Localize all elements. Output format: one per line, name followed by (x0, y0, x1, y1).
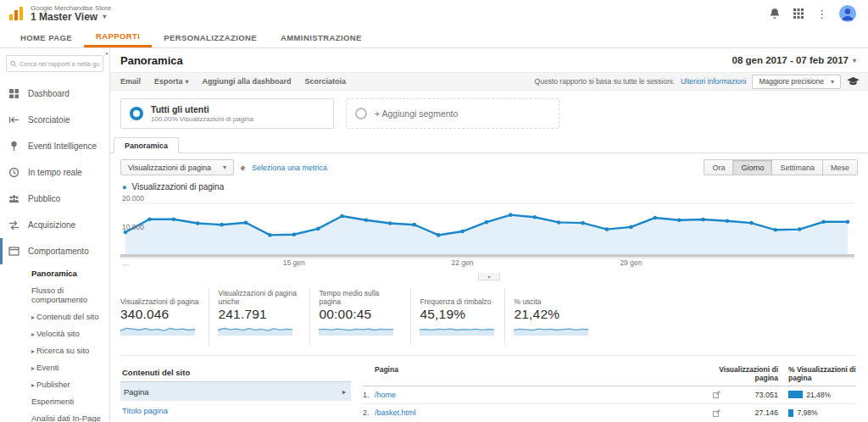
sparkline (319, 323, 393, 336)
expand-icon: ▸ (31, 364, 35, 372)
table-row: 2. /basket.html 27.146 7,98% (363, 404, 856, 422)
chevron-down-icon: ▾ (831, 78, 834, 86)
sparkline (218, 323, 292, 336)
open-page-icon[interactable] (705, 391, 727, 398)
granularity-mese[interactable]: Mese (823, 159, 858, 175)
user-avatar[interactable] (839, 5, 856, 22)
granularity-ora[interactable]: Ora (704, 159, 733, 175)
empty-segment-circle-icon (355, 108, 367, 119)
annotations-expander[interactable]: ▾ (478, 273, 500, 280)
nav-tab-rapporti[interactable]: RAPPORTI (84, 27, 152, 47)
granularity-switcher: Ora Giorno Settimana Mese (704, 159, 858, 175)
expand-icon: ▸ (31, 330, 35, 338)
notifications-bell-icon[interactable] (769, 8, 781, 19)
subnav-velocita-sito[interactable]: ▸Velocità sito (0, 325, 109, 341)
site-content-list: Contenuti del sito Pagina ▸ Titolo pagin… (120, 364, 351, 422)
stat-unique-pageviews: Visualizzazioni di pagina uniche 241.791 (209, 289, 309, 345)
sparkline (514, 323, 588, 336)
svg-text:22 gen: 22 gen (452, 258, 474, 267)
table-row: 1. /home 73.051 21,48% (363, 386, 856, 405)
nav-tab-amministrazione[interactable]: AMMINISTRAZIONE (269, 27, 374, 47)
sidebar-item-eventi-intelligence[interactable]: Eventi Intelligence (0, 133, 109, 159)
realtime-clock-icon (8, 167, 19, 178)
open-page-icon[interactable] (705, 409, 727, 417)
sidebar-item-acquisizione[interactable]: Acquisizione (0, 212, 109, 238)
summary-stats: Visualizzazioni di pagina 340.046 Visual… (120, 289, 856, 345)
report-tabs: Panoramica (110, 137, 868, 153)
chevron-down-icon: ▾ (223, 164, 226, 171)
email-button[interactable]: Email (120, 77, 141, 86)
app-bar: Google Merchandise Store 1 Master View ▾… (0, 0, 868, 27)
more-options-kebab-icon[interactable]: ⋮ (816, 8, 827, 19)
sidebar-collapse-icon[interactable]: ◂ (104, 50, 108, 57)
subnav-panoramica[interactable]: Panoramica (0, 264, 109, 281)
svg-text:29 gen: 29 gen (620, 258, 642, 267)
subnav-publisher[interactable]: ▸Publisher (0, 375, 109, 392)
pageviews-chart[interactable]: 20.00010.000…15 gen22 gen29 gen ▾ (110, 193, 868, 280)
subnav-analisi-in-page[interactable]: Analisi dati In-Page (0, 409, 109, 422)
page-title: Panoramica (120, 54, 183, 67)
pages-table: Pagina Visualizzazioni di pagina % Visua… (363, 364, 856, 422)
sidebar-item-pubblico[interactable]: Pubblico (0, 186, 109, 212)
primary-nav: HOME PAGE RAPPORTI PERSONALIZZAZIONE AMM… (0, 27, 868, 48)
learn-more-link[interactable]: Ulteriori informazioni (681, 77, 746, 86)
subnav-flusso[interactable]: Flusso di comportamento (0, 281, 109, 308)
list-item-titolo-pagina[interactable]: Titolo pagina (120, 401, 351, 419)
sidebar-item-in-tempo-reale[interactable]: In tempo reale (0, 159, 109, 186)
audience-people-icon (8, 193, 19, 204)
granularity-settimana[interactable]: Settimana (772, 159, 823, 175)
subnav-eventi[interactable]: ▸Eventi (0, 358, 109, 375)
precision-dropdown[interactable]: Maggiore precisione ▾ (752, 75, 841, 89)
page-link[interactable]: /home (375, 391, 705, 399)
dashboard-icon (8, 88, 19, 99)
sidebar-item-scorciatoie[interactable]: Scorciatoie (0, 107, 109, 133)
sidebar-item-dashboard[interactable]: Dashboard (0, 81, 109, 107)
metric-dropdown[interactable]: Visualizzazioni di pagina ▾ (120, 159, 234, 175)
subnav-contenuti-del-sito[interactable]: ▸Contenuti del sito (0, 308, 109, 325)
svg-text:15 gen: 15 gen (283, 258, 305, 267)
granularity-giorno[interactable]: Giorno (733, 159, 772, 175)
chevron-down-icon: ▾ (853, 57, 856, 64)
apps-grid-icon[interactable] (793, 8, 804, 19)
segment-card-all-users[interactable]: Tutti gli utenti 100,00% Visualizzazioni… (120, 98, 334, 129)
sidebar: ◂ Dashboard Scorciatoie Eventi Intellige… (0, 48, 110, 422)
svg-text:…: … (122, 258, 130, 267)
chevron-down-icon: ▾ (103, 14, 106, 20)
chevron-down-icon: ▾ (487, 274, 490, 280)
search-input[interactable] (19, 60, 99, 68)
search-icon (10, 60, 17, 68)
view-selector[interactable]: 1 Master View ▾ (31, 12, 111, 23)
list-item-pagina[interactable]: Pagina ▸ (120, 382, 351, 401)
add-segment-button[interactable]: + Aggiungi segmento (346, 98, 559, 129)
export-button[interactable]: Esporta ▾ (154, 77, 189, 86)
tab-panoramica[interactable]: Panoramica (114, 137, 179, 153)
report-search[interactable] (6, 55, 103, 72)
site-content-header: Contenuti del sito (120, 364, 351, 382)
nav-tab-personalizzazione[interactable]: PERSONALIZZAZIONE (152, 27, 269, 47)
subnav-ricerca-su-sito[interactable]: ▸Ricerca su sito (0, 341, 109, 358)
expand-icon: ▸ (31, 347, 35, 355)
pin-icon (8, 141, 19, 152)
col-header-pagina[interactable]: Pagina (363, 366, 712, 383)
expand-icon: ▸ (31, 314, 35, 321)
vs-label: e (241, 164, 245, 172)
analytics-logo-icon (8, 6, 24, 21)
main-content: Panoramica 08 gen 2017 - 07 feb 2017 ▾ E… (110, 48, 868, 422)
col-header-pct[interactable]: % Visualizzazioni di pagina (778, 366, 856, 383)
col-header-views[interactable]: Visualizzazioni di pagina (712, 366, 778, 383)
subnav-esperimenti[interactable]: Esperimenti (0, 392, 109, 409)
add-to-dashboard-button[interactable]: Aggiungi alla dashboard (203, 77, 292, 86)
stat-pageviews: Visualizzazioni di pagina 340.046 (120, 289, 209, 345)
stat-avg-time: Tempo medio sulla pagina 00:00:45 (309, 289, 410, 345)
shortcut-button[interactable]: Scorciatoia (305, 77, 347, 86)
graduation-cap-icon[interactable] (847, 77, 860, 86)
nav-tab-home[interactable]: HOME PAGE (8, 27, 84, 47)
brand[interactable]: Google Merchandise Store 1 Master View ▾ (8, 5, 111, 23)
acquisition-arrows-icon (8, 219, 19, 230)
sidebar-item-comportamento[interactable]: Comportamento (0, 238, 109, 264)
select-metric-link[interactable]: Seleziona una metrica (252, 164, 327, 172)
date-range-selector[interactable]: 08 gen 2017 - 07 feb 2017 ▾ (732, 55, 856, 65)
pct-bar (788, 409, 793, 417)
page-link[interactable]: /basket.html (375, 408, 705, 417)
expand-icon: ▸ (31, 381, 35, 389)
